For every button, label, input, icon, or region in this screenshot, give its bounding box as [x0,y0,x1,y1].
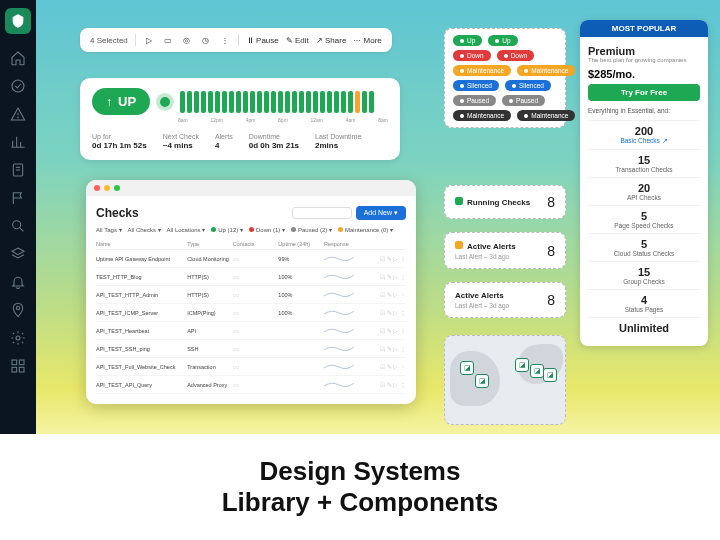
map-pin-icon[interactable]: ◪ [515,358,529,372]
add-new-button[interactable]: Add New ▾ [356,206,406,220]
stat-value: 4 [215,141,233,150]
flag-icon[interactable] [6,186,30,210]
table-row[interactable]: API_TEST_HeartbeatAPI○○☑ ✎ ▷ ⋮ [96,322,406,340]
status-badge: Down [497,50,535,61]
filter-dropdown[interactable]: All Locations ▾ [167,226,206,233]
uptime-bar [369,91,374,113]
pricing-feature: Unlimited [588,317,700,338]
uptime-bar [257,91,262,113]
uptime-bar [341,91,346,113]
uptime-bar [320,91,325,113]
uptime-bar [208,91,213,113]
svg-point-6 [13,221,21,229]
status-badge: Silenced [505,80,551,91]
grid-icon[interactable] [6,354,30,378]
stat-value: 0d 0h 3m 21s [249,141,299,150]
uptime-bar [180,91,185,113]
svg-rect-11 [19,360,24,365]
play-icon[interactable]: ▷ [143,34,155,46]
shield-icon [455,197,463,205]
share-button[interactable]: ↗ Share [316,36,347,45]
pin-icon[interactable] [6,298,30,322]
map-pin-icon[interactable]: ◪ [543,368,557,382]
app-logo[interactable] [5,8,31,34]
status-badge: Down [453,50,491,61]
uptime-bar [229,91,234,113]
table-row[interactable]: API_TEST_HTTP_AdminHTTP(S)○○100%☑ ✎ ▷ ⋮ [96,286,406,304]
doc-icon[interactable] [6,158,30,182]
stat-value: 2mins [315,141,361,150]
uptime-bar [334,91,339,113]
uptime-bar [201,91,206,113]
layers-icon[interactable] [6,242,30,266]
filter-row: All Tags ▾All Checks ▾All Locations ▾Up … [96,226,406,233]
alert-icon[interactable] [6,102,30,126]
filter-dropdown[interactable]: All Tags ▾ [96,226,122,233]
stat-card[interactable]: Running Checks8 [444,185,566,219]
map-pin-icon[interactable]: ◪ [475,374,489,388]
pricing-feature: 20API Checks [588,177,700,205]
stat-label: Downtime [249,133,299,140]
stat-card[interactable]: Active AlertsLast Alert – 3d ago8 [444,282,566,318]
stat-label: Up for [92,133,147,140]
svg-rect-10 [12,360,17,365]
table-row[interactable]: API_TEST_Full_Website_CheckTransaction○○… [96,358,406,376]
uptime-bar [264,91,269,113]
checks-title: Checks [96,206,139,220]
uptime-bar [215,91,220,113]
chart-icon[interactable] [6,130,30,154]
pricing-card: MOST POPULAR Premium The best plan for g… [580,20,708,346]
edit-button[interactable]: ✎ Edit [286,36,309,45]
pricing-feature: 200Basic Checks ↗ [588,120,700,149]
search-input[interactable] [292,207,352,219]
uptime-bar [222,91,227,113]
uptime-bar [236,91,241,113]
window-traffic-lights [86,180,416,196]
status-stats: Up for0d 17h 1m 52sNext Check~4 minsAler… [92,133,388,150]
map-pin-icon[interactable]: ◪ [460,361,474,375]
stat-card[interactable]: Active AlertsLast Alert – 3d ago8 [444,232,566,269]
svg-rect-12 [12,367,17,372]
more-icon[interactable]: ⋮ [219,34,231,46]
pause-button[interactable]: ⏸ Pause [246,36,279,45]
pulse-icon [160,97,170,107]
selection-count: 4 Selected [90,36,128,45]
table-row[interactable]: API_TEST_SSH_pingSSH○○☑ ✎ ▷ ⋮ [96,340,406,358]
clock-icon[interactable]: ◷ [200,34,212,46]
uptime-bar [243,91,248,113]
uptime-bar [299,91,304,113]
pricing-feature: 15Transaction Checks [588,149,700,177]
status-badge: Up [488,35,517,46]
svg-point-2 [18,117,19,118]
table-row[interactable]: TEST_HTTP_BlogHTTP(S)○○100%☑ ✎ ▷ ⋮ [96,268,406,286]
more-button[interactable]: ⋯ More [353,36,381,45]
popular-badge: MOST POPULAR [580,20,708,37]
table-row[interactable]: Uptime API Gateway EndpointCloud Monitor… [96,250,406,268]
table-row[interactable]: API_TEST_ICMP_ServerICMP(Ping)○○100%☑ ✎ … [96,304,406,322]
search-icon[interactable] [6,214,30,238]
uptime-bar [271,91,276,113]
status-filter[interactable]: Maintenance (0) ▾ [338,226,393,233]
uptime-bar [306,91,311,113]
pricing-feature: 15Group Checks [588,261,700,289]
uptime-bar [313,91,318,113]
gear-icon[interactable] [6,326,30,350]
filter-dropdown[interactable]: All Checks ▾ [128,226,161,233]
plan-price: $285/mo. [588,68,700,80]
map-pin-icon[interactable]: ◪ [530,364,544,378]
status-filter[interactable]: Paused (2) ▾ [291,226,332,233]
table-row[interactable]: API_TEST_API_QueryAdvanced Proxy○○☑ ✎ ▷ … [96,376,406,394]
target-icon[interactable]: ◎ [181,34,193,46]
try-free-button[interactable]: Try For Free [588,84,700,101]
bell-icon[interactable] [6,270,30,294]
uptime-bar [187,91,192,113]
status-filter[interactable]: Down (1) ▾ [249,226,285,233]
stat-label: Last Downtime [315,133,361,140]
plan-name: Premium [588,45,700,57]
home-icon[interactable] [6,46,30,70]
check-icon[interactable] [6,74,30,98]
status-filter[interactable]: Up (12) ▾ [211,226,243,233]
uptime-bar [278,91,283,113]
calendar-icon[interactable]: ▭ [162,34,174,46]
svg-point-0 [12,80,24,92]
